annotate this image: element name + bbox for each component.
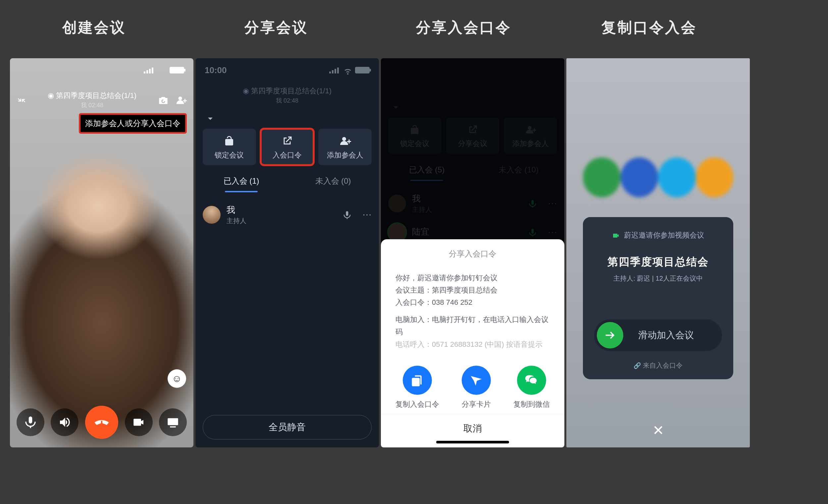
- participant-row: 我 主持人 ⋯: [203, 199, 372, 230]
- share-screen-button[interactable]: [159, 408, 187, 436]
- tab-joined[interactable]: 已入会 (1): [196, 176, 287, 192]
- meeting-header-dim: ◉ 第四季度项目总结会(1/1) 我 02:48: [196, 86, 379, 104]
- home-indicator: [436, 441, 509, 444]
- mute-all-button[interactable]: 全员静音: [203, 415, 372, 440]
- copy-to-wechat-button[interactable]: 复制到微信: [513, 366, 550, 409]
- mute-button[interactable]: [16, 408, 44, 436]
- column-title: 创建会议: [62, 18, 126, 37]
- dingtalk-icon: [462, 366, 491, 395]
- column-title: 分享入会口令: [416, 18, 511, 37]
- mic-icon: [342, 210, 352, 220]
- speaker-button[interactable]: [51, 408, 79, 436]
- column-title: 分享会议: [244, 18, 308, 37]
- collapse-panel-button[interactable]: [205, 112, 379, 124]
- add-person-icon: [339, 134, 351, 147]
- join-code-button[interactable]: 入会口令: [261, 129, 314, 165]
- invite-source: 🔗来自入会口令: [594, 361, 722, 370]
- unlock-icon: [223, 134, 235, 147]
- video-icon: [612, 231, 620, 240]
- shield-icon: ◉: [243, 87, 249, 95]
- camera-flip-icon[interactable]: [158, 94, 169, 106]
- more-icon[interactable]: ⋯: [362, 209, 372, 220]
- share-out-icon: [281, 134, 293, 147]
- action-label: 锁定会议: [215, 150, 244, 160]
- battery-icon: [355, 67, 370, 74]
- action-label: 添加参会人: [327, 150, 363, 160]
- phone-share-code: 锁定会议 分享会议 添加参会人 已入会 (5) 未入会 (10): [381, 58, 564, 447]
- participant-role: 主持人: [226, 217, 246, 225]
- status-time: 10:00: [205, 65, 227, 76]
- invite-meeting-sub: 主持人: 蔚迟 | 12人正在会议中: [594, 274, 722, 283]
- meeting-invite-card: 蔚迟邀请你参加视频会议 第四季度项目总结会 主持人: 蔚迟 | 12人正在会议中…: [583, 217, 733, 379]
- share-message: 你好，蔚迟邀请你参加钉钉会议 会议主题：第四季度项目总结会 入会口令：038 7…: [389, 265, 556, 357]
- copy-code-button[interactable]: 复制入会口令: [396, 366, 439, 409]
- reactions-button[interactable]: ☺: [168, 369, 186, 388]
- add-share-tooltip: 添加参会人或分享入会口令: [79, 113, 187, 134]
- signal-bars-icon: [144, 67, 155, 74]
- battery-icon: [170, 67, 184, 74]
- slide-knob[interactable]: [597, 322, 623, 349]
- signal-bars-icon: [329, 67, 340, 74]
- avatar: [203, 206, 220, 224]
- call-controls: [10, 406, 194, 438]
- tab-notjoined[interactable]: 未入会 (0): [287, 176, 379, 192]
- shield-icon: ◉: [48, 91, 54, 100]
- meeting-subtitle: 我 02:48: [27, 101, 158, 109]
- phone-copy-code-join: 蔚迟邀请你参加视频会议 第四季度项目总结会 主持人: 蔚迟 | 12人正在会议中…: [566, 58, 750, 447]
- wifi-icon: [343, 65, 353, 75]
- share-option-label: 分享卡片: [462, 400, 491, 409]
- action-label: 入会口令: [273, 150, 302, 160]
- slide-to-join[interactable]: 滑动加入会议: [594, 319, 722, 351]
- column-title: 复制口令入会: [602, 18, 697, 37]
- add-person-icon[interactable]: [175, 94, 187, 106]
- copy-icon: [403, 366, 432, 395]
- wechat-icon: [517, 366, 546, 395]
- link-icon: 🔗: [633, 362, 641, 369]
- share-code-sheet: 分享入会口令 你好，蔚迟邀请你参加钉钉会议 会议主题：第四季度项目总结会 入会口…: [381, 239, 564, 447]
- background-app-icons: [566, 157, 750, 197]
- hangup-button[interactable]: [85, 406, 118, 439]
- invite-header-text: 蔚迟邀请你参加视频会议: [624, 230, 704, 240]
- phone-share-meeting: 10:00 ◉ 第四季度项目总结会(1/1) 我 02:48 锁定会议: [196, 58, 379, 447]
- participant-name: 我: [226, 204, 246, 216]
- meeting-header: ◉ 第四季度项目总结会(1/1) 我 02:48: [27, 91, 158, 109]
- collapse-icon[interactable]: [16, 95, 27, 105]
- close-button[interactable]: ✕: [566, 422, 750, 439]
- slide-label: 滑动加入会议: [623, 329, 722, 341]
- invite-meeting-title: 第四季度项目总结会: [594, 255, 722, 269]
- share-option-label: 复制入会口令: [396, 400, 439, 409]
- modal-backdrop[interactable]: [381, 58, 564, 254]
- meeting-title: 第四季度项目总结会(1/1): [56, 91, 136, 100]
- share-card-button[interactable]: 分享卡片: [462, 366, 491, 409]
- phone-create-meeting: 10:00 ◉ 第四季度项目总结会(1/1) 我 02:48: [10, 58, 194, 447]
- sheet-title: 分享入会口令: [381, 239, 564, 265]
- lock-meeting-button[interactable]: 锁定会议: [203, 129, 256, 165]
- add-participant-button[interactable]: 添加参会人: [318, 129, 372, 165]
- status-bar: 10:00: [196, 58, 379, 82]
- share-option-label: 复制到微信: [513, 400, 550, 409]
- cancel-button[interactable]: 取消: [381, 414, 564, 438]
- camera-toggle-button[interactable]: [125, 408, 153, 436]
